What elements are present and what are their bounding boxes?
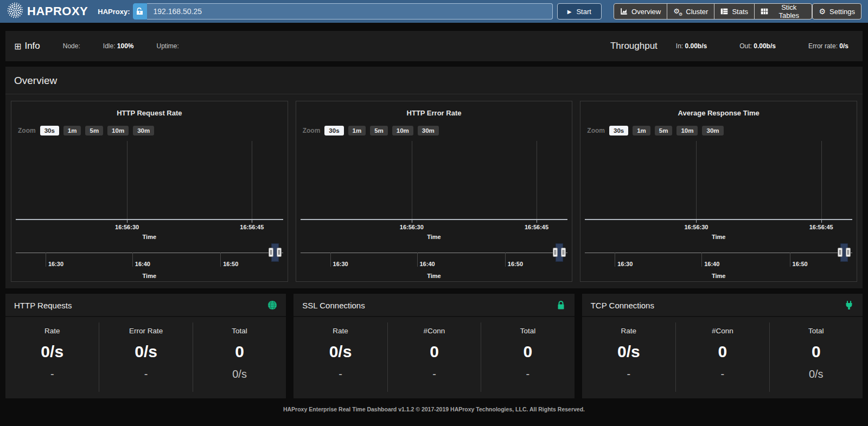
stat-label: Rate xyxy=(5,327,99,335)
chart-title: HTTP Error Rate xyxy=(303,109,566,117)
zoom-10m-button[interactable]: 10m xyxy=(676,126,698,135)
zoom-30s-button[interactable]: 30s xyxy=(40,126,59,135)
nav-cluster-button[interactable]: ⚙⚙ Cluster xyxy=(667,3,714,20)
stat-column: Error Rate 0/s - xyxy=(99,322,192,392)
x-axis-labels: 16:56:30 16:56:45 xyxy=(18,224,281,232)
navigator-left-handle[interactable] xyxy=(553,248,558,257)
stat-column: Total 0 0/s xyxy=(769,322,863,392)
x-axis-tick xyxy=(696,220,697,223)
stat-label: #Conn xyxy=(388,327,481,335)
navigator-tick xyxy=(46,253,46,267)
card-title: SSL Connections xyxy=(302,301,365,310)
navigator-right-handle[interactable] xyxy=(277,248,282,257)
error-rate: Error rate: 0/s xyxy=(808,42,848,50)
zoom-30m-button[interactable]: 30m xyxy=(418,126,439,135)
navigator-tick xyxy=(790,253,790,267)
stat-label: #Conn xyxy=(676,327,769,335)
lock-icon xyxy=(556,300,566,310)
navigator-right-handle[interactable] xyxy=(846,248,851,257)
nav-overview-label: Overview xyxy=(631,8,661,16)
chart-title: Average Response Time xyxy=(587,109,850,117)
address-group xyxy=(133,3,553,20)
navigator-tick-label: 16:50 xyxy=(508,261,523,267)
settings-button[interactable]: ⚙ Settings xyxy=(812,3,861,20)
zoom-label: Zoom xyxy=(303,127,321,134)
plot-area[interactable] xyxy=(587,141,850,220)
plot-area[interactable] xyxy=(303,141,566,220)
stat-column: Total 0 - xyxy=(481,322,574,392)
x-axis-tick xyxy=(537,220,537,223)
tick-label: 16:56:30 xyxy=(400,224,424,230)
info-bar: ⊞ Info Node: Idle: 100% Uptime: Throughp… xyxy=(5,31,863,61)
address-input[interactable] xyxy=(147,3,553,20)
nav-stick-tables-button[interactable]: Stick Tables xyxy=(754,3,812,20)
zoom-5m-button[interactable]: 5m xyxy=(85,126,103,135)
stat-value: 0 xyxy=(481,343,574,361)
navigator-tick xyxy=(615,253,615,267)
x-axis-tick xyxy=(412,220,412,223)
stat-sub-value: - xyxy=(582,368,675,380)
http-requests-card: HTTP Requests Rate 0/s - Error Rate 0/s … xyxy=(5,294,286,398)
zoom-5m-button[interactable]: 5m xyxy=(655,126,673,135)
stat-value: 0/s xyxy=(582,343,675,361)
stat-label: Rate xyxy=(293,327,387,335)
ssl-connections-card: SSL Connections Rate 0/s - #Conn 0 - Tot… xyxy=(293,294,574,398)
navigator-selected-range[interactable] xyxy=(556,243,563,262)
navigator-selected-range[interactable] xyxy=(271,243,279,262)
card-title: HTTP Requests xyxy=(14,301,72,310)
navigator-axis-title: Time xyxy=(587,273,850,279)
x-axis-title: Time xyxy=(587,234,850,240)
x-axis-labels: 16:56:30 16:56:45 xyxy=(303,224,566,232)
zoom-10m-button[interactable]: 10m xyxy=(107,126,129,135)
plot-area[interactable] xyxy=(18,141,281,220)
tick-label: 16:56:30 xyxy=(115,224,139,230)
navigator-tick xyxy=(701,253,702,267)
x-axis-tick xyxy=(821,220,822,223)
throughput-title: Throughput xyxy=(610,41,658,51)
nav-stats-button[interactable]: Stats xyxy=(714,3,755,20)
throughput-section: Throughput In: 0.00b/s Out: 0.00b/s Erro… xyxy=(610,41,854,51)
chart-http-request-rate: HTTP Request Rate Zoom 30s 1m 5m 10m 30m… xyxy=(11,101,288,282)
stat-label: Rate xyxy=(582,327,675,335)
navigator-axis-title: Time xyxy=(303,273,566,279)
navigator-selected-range[interactable] xyxy=(840,243,848,262)
zoom-1m-button[interactable]: 1m xyxy=(633,126,650,135)
range-navigator[interactable]: 16:30 16:40 16:50 xyxy=(587,247,850,272)
throughput-in-value: 0.00b/s xyxy=(685,42,707,50)
zoom-5m-button[interactable]: 5m xyxy=(370,126,388,135)
zoom-10m-button[interactable]: 10m xyxy=(392,126,413,135)
navigator-tick-label: 16:40 xyxy=(704,261,719,267)
zoom-30s-button[interactable]: 30s xyxy=(609,126,628,135)
stat-column: #Conn 0 - xyxy=(387,322,481,392)
stat-value: 0/s xyxy=(5,343,99,361)
settings-label: Settings xyxy=(829,8,855,16)
navigator-tick-label: 16:30 xyxy=(48,261,63,267)
range-navigator[interactable]: 16:30 16:40 16:50 xyxy=(18,247,281,272)
zoom-selector: Zoom 30s 1m 5m 10m 30m xyxy=(303,126,566,135)
gridline xyxy=(821,141,822,220)
info-label: Info xyxy=(24,41,40,51)
navigator-left-handle[interactable] xyxy=(269,248,273,257)
navigator-tick-label: 16:30 xyxy=(333,261,348,267)
range-navigator[interactable]: 16:30 16:40 16:50 xyxy=(303,247,566,272)
zoom-selector: Zoom 30s 1m 5m 10m 30m xyxy=(587,126,850,135)
start-button[interactable]: ▶ Start xyxy=(557,3,602,20)
stat-sub-value: - xyxy=(99,368,192,380)
unlock-icon-button[interactable] xyxy=(133,3,147,20)
zoom-30m-button[interactable]: 30m xyxy=(702,126,723,135)
gridline xyxy=(696,141,697,220)
table-icon xyxy=(761,8,768,15)
nav-button-group: Overview ⚙⚙ Cluster Stats Stick Tables xyxy=(614,3,812,20)
zoom-30s-button[interactable]: 30s xyxy=(324,126,343,135)
navigator-right-handle[interactable] xyxy=(561,248,566,257)
zoom-1m-button[interactable]: 1m xyxy=(348,126,366,135)
zoom-30m-button[interactable]: 30m xyxy=(133,126,154,135)
nav-overview-button[interactable]: Overview xyxy=(614,3,667,20)
navigator-axis-line xyxy=(16,253,283,253)
navigator-left-handle[interactable] xyxy=(838,248,843,257)
zoom-1m-button[interactable]: 1m xyxy=(63,126,81,135)
card-header: HTTP Requests xyxy=(5,294,286,317)
info-toggle[interactable]: ⊞ Info xyxy=(14,41,40,51)
footer-copyright: HAProxy Enterprise Real Time Dashboard v… xyxy=(0,406,868,412)
x-axis-tick xyxy=(252,220,252,223)
